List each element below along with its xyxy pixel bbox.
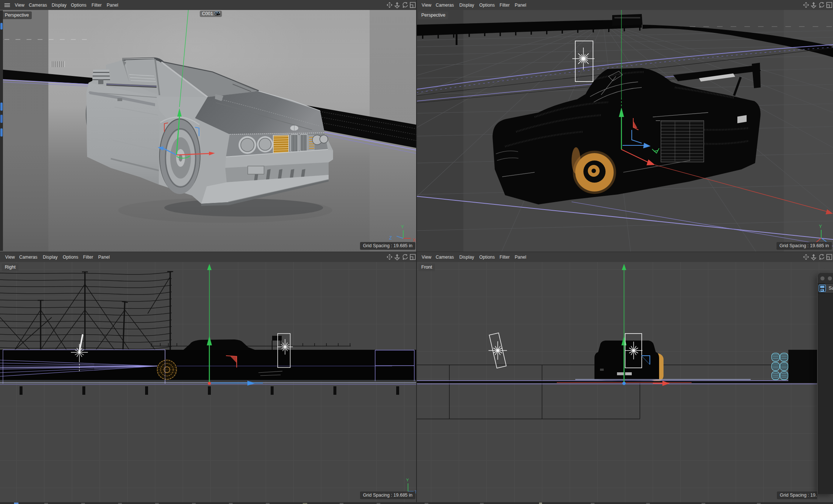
svg-text:Y: Y bbox=[401, 224, 404, 229]
svg-text:Y: Y bbox=[819, 224, 822, 229]
svg-text:Y: Y bbox=[406, 478, 409, 482]
svg-text:Z: Z bbox=[389, 235, 392, 241]
